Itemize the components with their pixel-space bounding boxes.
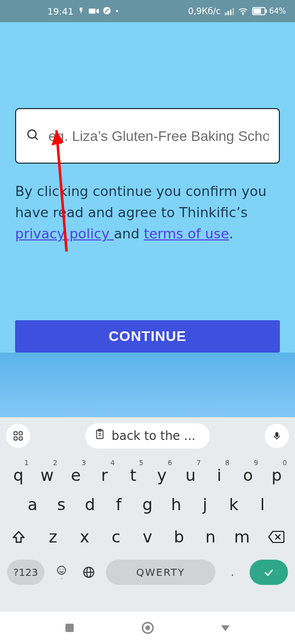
app-content: By clicking continue you confirm you hav…	[0, 22, 295, 353]
key-i[interactable]: i8	[205, 466, 233, 485]
svg-rect-12	[19, 431, 22, 434]
disclaimer-text-2: and	[114, 226, 144, 241]
keyboard-row-1: q1w2e3r4t5y6u7i8o9p0	[4, 466, 291, 485]
key-j[interactable]: j	[191, 495, 219, 514]
svg-rect-13	[14, 436, 17, 439]
search-icon	[26, 128, 39, 143]
nav-recent-button[interactable]	[61, 619, 78, 636]
key-y[interactable]: y6	[148, 466, 176, 485]
svg-point-7	[28, 130, 36, 138]
key-w[interactable]: w2	[33, 466, 62, 485]
dnd-icon	[103, 6, 111, 17]
bolt-icon	[78, 6, 85, 17]
svg-point-23	[60, 569, 61, 570]
gradient-strip	[0, 353, 295, 417]
disclaimer-text-3: .	[229, 226, 233, 241]
key-d[interactable]: d	[76, 495, 104, 514]
notification-dot-icon: •	[115, 8, 119, 15]
keyboard-voice-button[interactable]	[265, 424, 289, 448]
period-key[interactable]: .	[222, 560, 243, 585]
search-field-container[interactable]	[15, 108, 280, 164]
battery-pct-suffix: %	[279, 7, 286, 16]
key-v[interactable]: v	[132, 527, 163, 547]
nav-home-button[interactable]	[139, 619, 156, 636]
svg-rect-29	[66, 624, 74, 632]
enter-key[interactable]	[250, 560, 288, 585]
key-f[interactable]: f	[104, 495, 133, 514]
status-time: 19:41	[47, 6, 74, 17]
keyboard-suggestion-row: back to the ...	[0, 417, 295, 453]
keyboard-suggestion-chip[interactable]: back to the ...	[85, 423, 209, 449]
keyboard-suggestion-text: back to the ...	[111, 429, 195, 443]
keyboard-row-2: asdfghjkl	[4, 495, 291, 514]
key-e[interactable]: e3	[62, 466, 90, 485]
school-name-input[interactable]	[48, 127, 269, 145]
clipboard-icon	[94, 428, 105, 443]
shift-key[interactable]	[4, 524, 33, 550]
key-u[interactable]: u7	[176, 466, 205, 485]
svg-line-8	[35, 137, 37, 139]
keyboard-row-3: zxcvbnm	[4, 524, 291, 550]
battery-indicator: 64%	[252, 7, 286, 16]
key-z[interactable]: z	[37, 527, 69, 547]
key-k[interactable]: k	[219, 495, 248, 514]
video-icon	[89, 6, 99, 17]
svg-rect-11	[14, 431, 17, 434]
keyboard-apps-button[interactable]	[6, 424, 30, 448]
svg-rect-5	[253, 9, 261, 14]
key-n[interactable]: n	[195, 527, 226, 547]
space-key[interactable]: QWERTY	[106, 560, 215, 585]
key-g[interactable]: g	[133, 495, 162, 514]
privacy-policy-link[interactable]: privacy policy	[15, 226, 114, 241]
nav-back-button[interactable]	[217, 619, 234, 636]
key-t[interactable]: t5	[119, 466, 148, 485]
svg-point-24	[63, 569, 64, 570]
status-left: 19:41 •	[47, 6, 119, 17]
continue-button[interactable]: CONTINUE	[15, 320, 280, 353]
key-b[interactable]: b	[163, 527, 195, 547]
backspace-key[interactable]	[262, 524, 291, 550]
key-h[interactable]: h	[162, 495, 191, 514]
svg-rect-14	[19, 436, 22, 439]
battery-percentage: 64	[269, 7, 279, 16]
signal-icon	[225, 7, 234, 15]
key-m[interactable]: m	[226, 527, 258, 547]
terms-of-use-link[interactable]: terms of use	[144, 226, 229, 241]
svg-point-31	[145, 625, 150, 630]
language-key[interactable]	[79, 560, 99, 585]
svg-point-22	[57, 566, 66, 574]
key-o[interactable]: o9	[233, 466, 262, 485]
status-right: 0,9Кб/с 64%	[188, 6, 286, 16]
key-c[interactable]: c	[100, 527, 132, 547]
key-p[interactable]: p0	[262, 466, 291, 485]
key-l[interactable]: l	[248, 495, 277, 514]
key-s[interactable]: s	[47, 495, 76, 514]
svg-text:,: ,	[61, 574, 63, 579]
soft-keyboard: back to the ... q1w2e3r4t5y6u7i8o9p0 asd…	[0, 417, 295, 612]
wifi-icon	[238, 7, 248, 15]
android-status-bar: 19:41 • 0,9Кб/с 64%	[0, 0, 295, 22]
symbols-key[interactable]: ?123	[7, 560, 44, 585]
svg-point-3	[242, 14, 244, 15]
key-x[interactable]: x	[69, 527, 100, 547]
android-nav-bar	[0, 612, 295, 644]
svg-rect-6	[265, 9, 267, 13]
emoji-key[interactable]: ,	[51, 560, 72, 585]
svg-rect-0	[89, 9, 95, 14]
keyboard-row-4: ?123 , QWERTY .	[4, 560, 291, 585]
key-r[interactable]: r4	[90, 466, 119, 485]
key-q[interactable]: q1	[4, 466, 33, 485]
disclaimer-text-1: By clicking continue you confirm you hav…	[15, 183, 267, 220]
status-data-rate: 0,9Кб/с	[188, 6, 221, 16]
key-a[interactable]: a	[18, 495, 47, 514]
terms-disclaimer: By clicking continue you confirm you hav…	[15, 181, 280, 244]
